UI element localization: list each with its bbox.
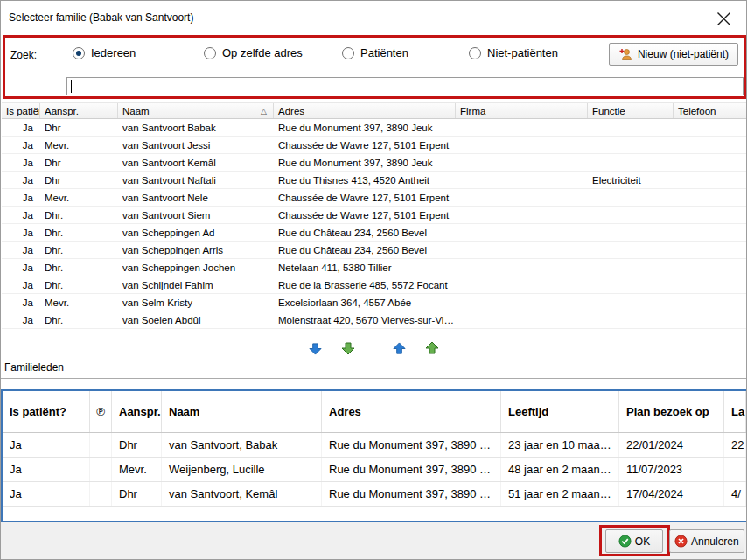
cancel-icon (674, 535, 688, 548)
cell-plan-bezoek: 11/07/2023 (619, 458, 724, 481)
ok-button[interactable]: OK (605, 529, 663, 553)
move-all-down-button[interactable] (335, 339, 361, 358)
column-header-adres[interactable]: Adres (274, 103, 456, 118)
search-filter-radio[interactable]: Niet-patiënten (469, 46, 558, 60)
p-circle-icon: ℗ (96, 405, 105, 418)
results-table-row[interactable]: Ja Dhr van Santvoort Kemâl Rue du Monume… (2, 154, 747, 172)
column-header-naam[interactable]: Naam△ (118, 103, 274, 118)
close-button[interactable] (709, 5, 737, 32)
radio-button-icon (469, 47, 481, 60)
cell-is-patient: Ja (2, 172, 40, 188)
results-table-row[interactable]: Ja Dhr van Santvoort Babak Rue du Monume… (2, 119, 747, 136)
search-filter-radio[interactable]: Iedereen (73, 46, 204, 60)
column-header-functie[interactable]: Functie (588, 103, 674, 118)
cell-functie (588, 119, 674, 136)
cell-firma (456, 294, 588, 311)
cell-is-patient: Ja (2, 224, 40, 241)
close-icon (716, 10, 732, 27)
move-down-button[interactable] (302, 339, 328, 358)
results-table-row[interactable]: Ja Dhr van Santvoort Naftali Rue du This… (2, 172, 747, 189)
cell-firma (456, 259, 588, 276)
move-up-button[interactable] (386, 339, 412, 358)
search-label: Zoek: (10, 49, 37, 61)
cell-is-patient: Ja (2, 119, 40, 136)
cell-aanspr: Dhr. (40, 276, 118, 293)
cell-naam: van Santvoort Siem (118, 206, 274, 223)
cell-firma (456, 119, 588, 136)
cell-plan-bezoek: 17/04/2024 (619, 482, 724, 506)
cell-telefoon (674, 276, 747, 293)
cell-functie (588, 206, 674, 223)
new-non-patient-button[interactable]: Nieuw (niet-patiënt) (609, 43, 738, 66)
cell-adres: Chaussée de Wavre 127, 5101 Erpent (274, 206, 456, 223)
cell-naam: van Selm Kristy (118, 294, 274, 311)
results-table-row[interactable]: Ja Dhr. van Scheppingen Jochen Netelaan … (2, 259, 747, 276)
cell-firma (456, 276, 588, 293)
column-header-firma[interactable]: Firma (456, 103, 588, 118)
cancel-label: Annuleren (691, 536, 739, 548)
results-table-row[interactable]: Ja Mevr. van Santvoort Jessi Chaussée de… (2, 136, 747, 154)
family-column-header-leeftijd[interactable]: Leeftijd (501, 391, 619, 432)
cell-aanspr: Dhr. (40, 312, 118, 328)
family-table-row[interactable]: Ja Mevr. Weijenberg, Lucille Rue du Monu… (3, 458, 746, 482)
results-table-row[interactable]: Ja Dhr. van Schijndel Fahim Rue de la Br… (2, 276, 747, 294)
cell-firma (456, 224, 588, 241)
cell-functie (588, 312, 674, 328)
radio-button-icon (73, 47, 85, 60)
family-column-header-truncated[interactable]: La (724, 391, 746, 432)
family-table-row[interactable]: Ja Dhr van Santvoort, Babak Rue du Monum… (3, 433, 746, 458)
results-table-row[interactable]: Ja Dhr. van Soelen Abdûl Molenstraat 420… (2, 312, 747, 329)
column-header-aanspr[interactable]: Aanspr. (40, 103, 118, 118)
column-header-telefoon[interactable]: Telefoon (674, 103, 747, 118)
results-table-row[interactable]: Ja Mevr. van Santvoort Nele Chaussée de … (2, 189, 747, 206)
family-column-header-adres[interactable]: Adres (322, 391, 501, 432)
family-table-row[interactable]: Ja Dhr van Santvoort, Kemâl Rue du Monum… (3, 482, 746, 507)
dialog-titlebar: Selecteer familie (Babak van Santvoort) (1, 1, 746, 34)
cell-is-patient: Ja (3, 482, 90, 506)
cancel-button[interactable]: Annuleren (669, 529, 744, 553)
cell-functie (588, 259, 674, 276)
results-table-row[interactable]: Ja Dhr. van Santvoort Siem Chaussée de W… (2, 206, 747, 224)
family-column-header-aanspr[interactable]: Aanspr. (112, 391, 162, 432)
search-filter-radios: Iedereen Op zelfde adres Patiënten Niet-… (73, 46, 558, 60)
family-column-header-plan-bezoek[interactable]: Plan bezoek op (619, 391, 724, 432)
cell-naam: van Santvoort Naftali (118, 172, 274, 188)
cell-naam: van Santvoort Jessi (118, 136, 274, 153)
cell-truncated (724, 458, 746, 481)
cell-telefoon (674, 206, 747, 223)
family-column-header-naam[interactable]: Naam (162, 391, 322, 432)
check-icon (618, 535, 632, 548)
search-input[interactable] (66, 77, 744, 95)
move-buttons (1, 339, 746, 358)
arrow-down-icon (309, 342, 322, 355)
cell-firma (456, 189, 588, 206)
arrow-up-icon (393, 342, 406, 355)
cell-functie (588, 136, 674, 153)
cell-adres: Rue du Monument 397, 3890 Jeuk (274, 154, 456, 171)
cell-functie (588, 276, 674, 293)
column-header-is-patient[interactable]: Is patiënt? (2, 103, 40, 118)
results-table-row[interactable]: Ja Mevr. van Selm Kristy Excelsiorlaan 3… (2, 294, 747, 312)
cell-telefoon (674, 172, 747, 188)
cell-p (90, 482, 112, 506)
cell-is-patient: Ja (2, 136, 40, 153)
cell-aanspr: Mevr. (40, 294, 118, 311)
cell-adres: Netelaan 411, 5380 Tillier (274, 259, 456, 276)
cell-aanspr: Dhr. (40, 259, 118, 276)
double-arrow-up-icon (425, 341, 439, 355)
cell-aanspr: Dhr. (40, 206, 118, 223)
cell-aanspr: Dhr. (40, 224, 118, 241)
results-table-row[interactable]: Ja Dhr. van Scheppingen Ad Rue du Châtea… (2, 224, 747, 242)
move-all-up-button[interactable] (419, 339, 445, 358)
cell-adres: Excelsiorlaan 364, 4557 Abée (274, 294, 456, 311)
results-table-row[interactable]: Ja Dhr. van Scheppingen Arris Rue du Châ… (2, 242, 747, 259)
search-filter-radio[interactable]: Patiënten (342, 46, 469, 60)
cell-leeftijd: 23 jaar en 10 maa… (501, 433, 619, 457)
cell-naam: van Scheppingen Jochen (118, 259, 274, 276)
family-column-header-p[interactable]: ℗ (90, 391, 112, 432)
cell-naam: van Santvoort Kemâl (118, 154, 274, 171)
family-column-header-is-patient[interactable]: Is patiënt? (3, 391, 90, 432)
search-filter-radio[interactable]: Op zelfde adres (204, 46, 342, 60)
cell-aanspr: Dhr (40, 119, 118, 136)
radio-label: Op zelfde adres (222, 46, 303, 60)
